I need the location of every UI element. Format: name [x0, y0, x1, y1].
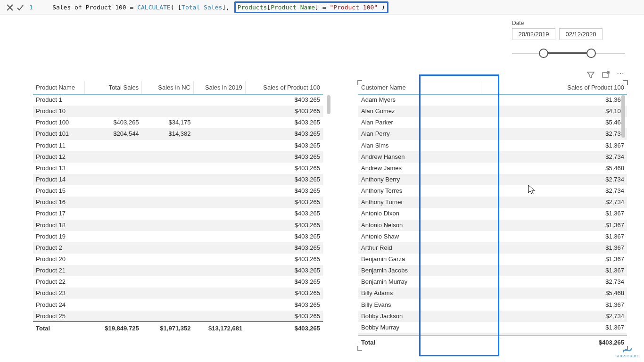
table-row[interactable]: Bobby Murray$1,367: [358, 322, 627, 333]
table-row[interactable]: Alan Sims$1,367: [358, 140, 627, 151]
table-row[interactable]: Product 25$403,265: [33, 311, 323, 321]
table-row[interactable]: Product 21$403,265: [33, 265, 323, 276]
measure-name: Sales of Product 100: [52, 4, 126, 11]
column-header[interactable]: Sales of Product 100: [481, 81, 627, 94]
table-header-row: Product NameTotal SalesSales in NCSales …: [33, 81, 323, 94]
customers-table-visual[interactable]: Customer NameSales of Product 100 Adam M…: [358, 81, 627, 350]
vertical-scrollbar[interactable]: [620, 95, 626, 336]
column-header[interactable]: Sales of Product 100: [245, 81, 323, 94]
column-header[interactable]: Total Sales: [85, 81, 142, 94]
formula-bar: 1 Sales of Product 100 = CALCULATE( [Tot…: [0, 0, 644, 15]
table-row[interactable]: Antonio Dixon$1,367: [358, 208, 627, 219]
totals-row: Total$403,265: [358, 336, 627, 349]
filter-icon[interactable]: [586, 71, 595, 81]
products-table-visual[interactable]: Product NameTotal SalesSales in NCSales …: [33, 81, 323, 336]
table-row[interactable]: Product 1$403,265: [33, 94, 323, 106]
table-row[interactable]: Adam Myers$1,367: [358, 94, 627, 106]
vertical-scrollbar[interactable]: [326, 95, 331, 321]
table-row[interactable]: Andrew James$5,468: [358, 163, 627, 174]
dax-function: CALCULATE: [137, 4, 170, 11]
report-canvas: Date 20/02/2019 02/12/2020 ⋯ Product Nam…: [0, 15, 644, 362]
table-row[interactable]: Arthur Reid$1,367: [358, 242, 627, 254]
column-header[interactable]: Customer Name: [358, 81, 481, 94]
table-row[interactable]: Product 14$403,265: [33, 174, 323, 185]
table-row[interactable]: Anthony Torres$2,734: [358, 185, 627, 197]
slider-handle-left[interactable]: [539, 49, 548, 58]
table-row[interactable]: Antonio Shaw$1,367: [358, 231, 627, 242]
totals-row: Total$19,849,725$1,971,352$13,172,681$40…: [33, 322, 323, 335]
scrollbar-thumb[interactable]: [327, 95, 330, 114]
column-header[interactable]: Product Name: [33, 81, 85, 94]
table-row[interactable]: Benjamin Jacobs$1,367: [358, 265, 627, 276]
focus-mode-icon[interactable]: [602, 71, 610, 81]
commit-icon[interactable]: [15, 2, 25, 13]
column-header[interactable]: Sales in 2019: [193, 81, 245, 94]
table-row[interactable]: Product 13$403,265: [33, 163, 323, 174]
table-row[interactable]: Billy Evans$1,367: [358, 299, 627, 311]
table-row[interactable]: Product 11$403,265: [33, 140, 323, 151]
table-row[interactable]: Product 24$403,265: [33, 299, 323, 311]
table-row[interactable]: Product 15$403,265: [33, 185, 323, 197]
formula-highlight-box: Products[Product Name] = "Product 100" ): [234, 1, 388, 13]
table-row[interactable]: Product 22$403,265: [33, 276, 323, 288]
table-row[interactable]: Billy Adams$5,468: [358, 288, 627, 299]
date-from-input[interactable]: 20/02/2019: [512, 28, 555, 40]
subscribe-badge: SUBSCRIBE: [615, 347, 639, 358]
table-row[interactable]: Product 20$403,265: [33, 254, 323, 265]
table-row[interactable]: Product 100$403,265$34,175$403,265: [33, 117, 323, 128]
table-row[interactable]: Benjamin Garza$1,367: [358, 254, 627, 265]
visual-header-icons: ⋯: [586, 71, 625, 81]
formula-line-number: 1: [29, 4, 38, 11]
table-row[interactable]: Product 101$204,544$14,382$403,265: [33, 128, 323, 140]
table-header-row: Customer NameSales of Product 100: [358, 81, 627, 94]
table-row[interactable]: Product 18$403,265: [33, 220, 323, 231]
table-row[interactable]: Andrew Hansen$2,734: [358, 151, 627, 163]
table-row[interactable]: Benjamin Murray$2,734: [358, 276, 627, 288]
table-row[interactable]: Product 23$403,265: [33, 288, 323, 299]
cancel-icon[interactable]: [5, 2, 15, 13]
table-row[interactable]: Product 16$403,265: [33, 197, 323, 208]
table-row[interactable]: Product 17$403,265: [33, 208, 323, 219]
table-row[interactable]: Product 2$403,265: [33, 242, 323, 254]
table-row[interactable]: Antonio Nelson$1,367: [358, 220, 627, 231]
table-row[interactable]: Product 10$403,265: [33, 106, 323, 117]
table-row[interactable]: Alan Perry$2,734: [358, 128, 627, 140]
date-to-input[interactable]: 02/12/2020: [559, 28, 603, 40]
date-slider[interactable]: [512, 49, 625, 58]
table-row[interactable]: Bobby Jackson$2,734: [358, 311, 627, 322]
slicer-title: Date: [512, 20, 625, 26]
table-row[interactable]: Product 12$403,265: [33, 151, 323, 163]
column-header[interactable]: Sales in NC: [142, 81, 194, 94]
table-row[interactable]: Anthony Berry$2,734: [358, 174, 627, 185]
table-row[interactable]: Alan Parker$5,468: [358, 117, 627, 128]
scrollbar-thumb[interactable]: [621, 95, 625, 138]
slider-handle-right[interactable]: [586, 49, 596, 58]
table-row[interactable]: Alan Gomez$4,101: [358, 106, 627, 117]
more-options-icon[interactable]: ⋯: [617, 71, 625, 81]
date-slicer[interactable]: Date 20/02/2019 02/12/2020: [512, 20, 625, 58]
table-row[interactable]: Anthony Turner$2,734: [358, 197, 627, 208]
table-row[interactable]: Product 19$403,265: [33, 231, 323, 242]
